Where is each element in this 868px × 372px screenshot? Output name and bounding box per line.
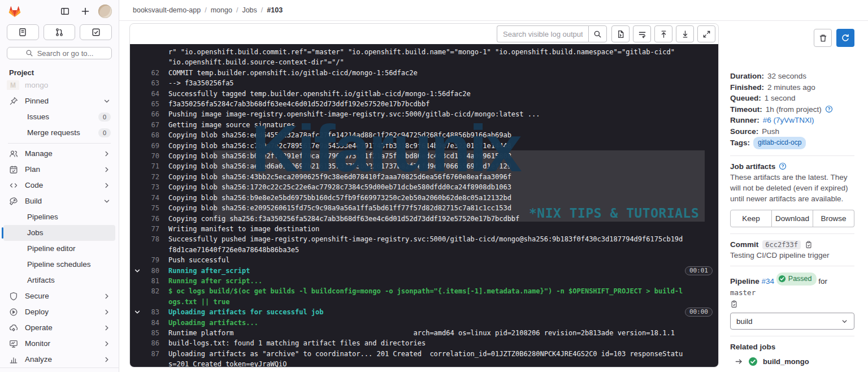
log-search-button[interactable] (588, 25, 607, 42)
log-line-number[interactable]: 76 (145, 214, 159, 224)
log-line-number[interactable]: 62 (145, 68, 159, 78)
sidebar-item-manage[interactable]: Manage (3, 146, 115, 162)
log-line-number[interactable]: 68 (145, 130, 159, 140)
log-gutter (130, 203, 145, 205)
log-line: 73Copying blob sha256:1720c22c25c22e6ac7… (130, 182, 718, 192)
breadcrumb-group-link[interactable]: booksvault-demo-app (133, 6, 201, 14)
sidebar-item-pipelines[interactable]: Pipelines (3, 209, 115, 225)
log-line-number[interactable]: 79 (145, 255, 159, 265)
sidebar-item-jobs[interactable]: Jobs (3, 225, 115, 241)
issues-shortcut-button[interactable] (7, 24, 39, 40)
collapse-section-icon[interactable] (130, 266, 145, 274)
job-details-panel: Duration:32 secondsFinished:2 minutes ag… (729, 21, 868, 372)
todo-shortcut-button[interactable] (80, 24, 112, 40)
log-line-number[interactable]: 74 (145, 193, 159, 203)
log-line-number[interactable]: 66 (145, 109, 159, 119)
show-raw-log-button[interactable] (611, 25, 630, 42)
log-line-text: r" "io.openshift.build.commit.ref"="mast… (159, 47, 687, 68)
sidebar-item-pipeline-editor[interactable]: Pipeline editor (3, 241, 115, 257)
retry-job-button[interactable] (836, 29, 854, 47)
pin-icon (9, 97, 18, 106)
log-line-number[interactable]: 86 (145, 338, 159, 348)
log-line-number[interactable]: 67 (145, 120, 159, 130)
copy-ref-button[interactable] (730, 300, 738, 308)
search-icon (25, 49, 33, 57)
fullscreen-button[interactable] (697, 25, 715, 42)
sidebar-item-merge-requests[interactable]: Merge requests0 (3, 125, 115, 141)
sidebar-item-analyze[interactable]: Analyze (3, 352, 115, 367)
log-line-number[interactable]: 85 (145, 328, 159, 338)
runner-link[interactable]: #6 (7yVwTNXl) (763, 115, 814, 126)
log-gutter (130, 99, 145, 101)
log-line-number[interactable]: 73 (145, 182, 159, 192)
help-icon[interactable] (825, 105, 833, 113)
log-line-number[interactable]: 69 (145, 141, 159, 151)
wrap-lines-button[interactable] (633, 25, 651, 42)
sidebar-item-issues[interactable]: Issues0 (3, 109, 115, 125)
pipeline-link[interactable]: #34 (762, 276, 775, 285)
download-artifacts-button[interactable]: Download (772, 210, 813, 227)
log-line-number[interactable]: 87 (145, 349, 159, 359)
sidebar-item-label: Secure (25, 292, 49, 300)
scroll-to-bottom-button[interactable] (676, 25, 694, 42)
detail-value: 1h (from project) (766, 104, 822, 115)
log-line-number[interactable]: 63 (145, 78, 159, 88)
scroll-to-top-button[interactable] (654, 25, 672, 42)
global-search-input[interactable]: Search or go to... (7, 47, 112, 59)
pipeline-status-badge[interactable]: Passed (776, 272, 817, 286)
log-line-number[interactable]: 72 (145, 172, 159, 182)
commit-sha-link[interactable]: 6cc2f33f (762, 240, 801, 249)
related-job-row[interactable]: build_mongo (730, 357, 854, 366)
log-line-number[interactable]: 65 (145, 99, 159, 109)
breadcrumb-jobs-link[interactable]: Jobs (242, 6, 257, 14)
log-line-number[interactable]: 81 (145, 276, 159, 286)
sidebar-item-monitor[interactable]: Monitor (3, 336, 115, 352)
sidebar-item-build[interactable]: Build (3, 193, 115, 209)
create-new-button[interactable] (78, 4, 93, 19)
log-line-number[interactable]: 84 (145, 318, 159, 328)
sidebar-item-label: Operate (25, 323, 53, 332)
erase-job-log-button[interactable] (814, 29, 832, 47)
sidebar-item-operate[interactable]: Operate (3, 320, 115, 336)
sidebar-item-plan[interactable]: Plan (3, 162, 115, 178)
sidebar-item-artifacts[interactable]: Artifacts (3, 272, 115, 288)
user-avatar[interactable] (98, 5, 112, 18)
sidebar-item-pinned[interactable]: Pinned (3, 93, 115, 109)
collapse-section-icon[interactable] (130, 307, 145, 315)
sidebar-project-item[interactable]: M mongo (0, 80, 119, 90)
sidebar-item-deploy[interactable]: Deploy (3, 304, 115, 320)
sidebar-item-pipeline-schedules[interactable]: Pipeline schedules (3, 257, 115, 272)
sidebar-item-label: Merge requests (27, 128, 80, 137)
merge-requests-shortcut-button[interactable] (44, 24, 76, 40)
sidebar-item-secure[interactable]: Secure (3, 288, 115, 304)
sidebar-item-code[interactable]: Code (3, 178, 115, 193)
log-line-number[interactable]: 70 (145, 151, 159, 161)
log-line: 68Copying blob sha256:eed64559232a78afc2… (130, 130, 718, 140)
browse-artifacts-button[interactable]: Browse (813, 210, 854, 227)
breadcrumb-project-link[interactable]: mongo (211, 6, 232, 14)
log-line-number[interactable]: 80 (145, 266, 159, 276)
log-gutter (130, 151, 145, 153)
log-line-number[interactable]: 82 (145, 286, 159, 296)
secure-icon (9, 292, 18, 301)
tag-badge[interactable]: gitlab-cicd-ocp (753, 137, 806, 149)
stage-dropdown[interactable]: build (730, 313, 854, 330)
copy-commit-sha-button[interactable] (805, 241, 813, 249)
log-line-number[interactable]: 71 (145, 161, 159, 171)
log-toolbar (130, 24, 718, 44)
job-log-terminal[interactable]: r" "io.openshift.build.commit.ref"="mast… (130, 44, 718, 367)
help-icon[interactable] (779, 162, 787, 170)
sidebar-item-label: Deploy (25, 308, 49, 316)
log-search-input[interactable] (497, 25, 588, 42)
job-artifacts-description: These artifacts are the latest. They wil… (730, 172, 854, 204)
log-line-text: Copying blob sha256:43bb2c5eca2090625f9c… (159, 172, 511, 182)
keep-artifacts-button[interactable]: Keep (730, 210, 772, 227)
log-line-number[interactable]: 64 (145, 89, 159, 99)
log-line-number[interactable]: 77 (145, 224, 159, 234)
log-line-number[interactable]: 78 (145, 234, 159, 244)
log-line-number[interactable]: 75 (145, 203, 159, 213)
log-line-text: Uploading artifacts as "archive" to coor… (159, 349, 687, 367)
log-line-number[interactable]: 83 (145, 307, 159, 317)
sidebar-toggle-button[interactable] (58, 4, 72, 19)
detail-value: 32 seconds (767, 71, 806, 82)
